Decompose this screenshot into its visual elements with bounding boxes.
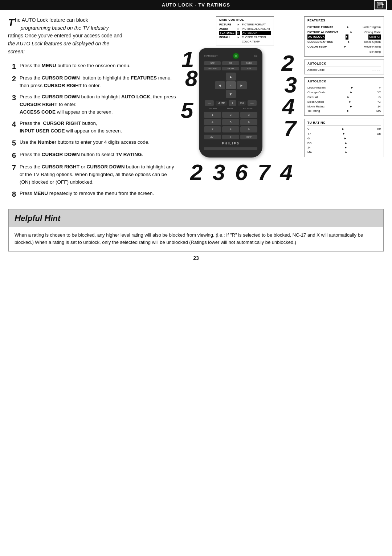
step-num-3: 3 (8, 93, 16, 102)
tu-row-3: G ► (307, 136, 381, 141)
step-text-3: Press the CURSOR DOWN button to highligh… (20, 93, 179, 116)
num-1-button[interactable]: 1 (204, 112, 221, 118)
step-6: 6 Press the CURSOR DOWN button to select… (8, 151, 179, 160)
num-0-button[interactable]: 0 (222, 135, 239, 139)
dpad-left[interactable]: ◄ (215, 81, 225, 89)
intro-line1: he AUTO Lock feature can block (15, 17, 88, 23)
block-option-val: PG (376, 100, 381, 105)
big-num-2-bot: 2 (190, 161, 203, 184)
tu-ma-label: MA (307, 150, 312, 155)
middle-column: Main Control Picture ► Picture Format Au… (185, 16, 298, 199)
mc-row-1-val: Picture Format (242, 23, 271, 27)
autolock-2-row-4: Block Option ► PG (307, 100, 381, 105)
tu-ma-arrow: ► (345, 150, 348, 155)
dpad-up[interactable]: ▲ (226, 73, 236, 81)
features-val-5: Movie Rating (364, 44, 381, 49)
features-val-1: Lock Program (363, 25, 381, 30)
left-column: The AUTO Lock feature can block programm… (8, 16, 179, 199)
step-num-7: 7 (8, 163, 16, 172)
big-num-4-bot: 4 (280, 161, 293, 184)
num-2-button[interactable]: 2 (222, 112, 239, 118)
dpad-down[interactable]: ▼ (226, 90, 236, 98)
sound-label: SOUND (209, 107, 217, 110)
num-8-button[interactable]: 8 (222, 126, 239, 132)
menu-button[interactable]: MENU (222, 67, 239, 70)
ch-minus-button[interactable]: — (248, 100, 257, 106)
page-number: 23 (0, 252, 392, 263)
num-7-button[interactable]: 7 (204, 126, 221, 132)
autolock-2-row-2: Change Code ► Y7 (307, 90, 381, 95)
features-row-3: Autolock ► Clear All (307, 34, 381, 40)
step-num-4: 4 (8, 120, 16, 128)
power-dot (235, 55, 237, 57)
block-option-arrow: ► (349, 100, 352, 105)
sap-button[interactable]: SAP (204, 61, 221, 65)
tu-row-4: PG ► (307, 141, 381, 146)
vol-minus-button[interactable]: — (205, 100, 214, 106)
tu-v-val: Off (377, 127, 381, 132)
dpad-center[interactable]: · (226, 81, 236, 89)
step-num-1: 1 (8, 62, 16, 71)
num-6-button[interactable]: 6 (240, 119, 257, 125)
dpad-right[interactable]: ► (237, 81, 247, 89)
features-arrow-5: ► (344, 44, 347, 49)
format-button[interactable]: FORMAT (204, 67, 221, 70)
surf-button[interactable]: SURF (240, 135, 257, 139)
big-num-3-mid: 3 (285, 74, 297, 96)
step-text-8: Press MENU repeatedly to remove the menu… (20, 190, 154, 197)
features-label-4: Closed Caption (307, 40, 334, 45)
mc-row-2-label: Audio (219, 27, 236, 31)
header-title: Auto Lock - TV Ratings (162, 2, 230, 8)
big-num-7-mid: 7 (284, 117, 296, 140)
features-label-2: Picture Alignment (307, 30, 338, 35)
mc-row-5-arrow (237, 40, 240, 44)
mc-row-4-label: Install (219, 35, 236, 40)
tu-row-5: 14 ► (307, 146, 381, 150)
svg-rect-0 (377, 2, 382, 8)
numpad: 1 2 3 4 5 6 7 8 9 (204, 112, 257, 132)
auto-button[interactable]: AUTO (241, 61, 257, 65)
num-5-button[interactable]: 5 (222, 119, 239, 125)
remote-base (204, 147, 257, 150)
features-row-2: Picture Alignment ► Chang Code (307, 30, 381, 35)
autolock-screen-2: Autolock Lock Program ► V Change Code ► … (304, 77, 384, 116)
big-num-8: 8 (185, 67, 197, 90)
step-num-8: 8 (8, 190, 16, 199)
philips-logo: PHILIPS (204, 142, 257, 145)
big-num-2-top: 2 (282, 52, 294, 74)
features-val-3: Clear All (368, 34, 381, 40)
aod-button[interactable]: A/Ö (241, 67, 257, 70)
mc-row-3-label: Features (219, 31, 236, 35)
features-arrow-2: ► (350, 30, 353, 35)
lock-program-val: V (379, 86, 381, 90)
features-label-1: Picture Format (307, 25, 333, 30)
features-screen-title: Features (307, 19, 381, 23)
features-row-1: Picture Format ► Lock Program (307, 25, 381, 30)
tu-pg-label: PG (307, 141, 312, 146)
tu-y7-arrow: ► (343, 132, 346, 136)
step-num-2: 2 (8, 74, 16, 83)
num-4-button[interactable]: 4 (204, 119, 221, 125)
movie-rating-arrow: ► (350, 105, 352, 109)
pip-button[interactable]: PIP (222, 61, 239, 65)
mute-button[interactable]: MUTE (216, 101, 227, 106)
step-1: 1 Press the MENU button to see the onscr… (8, 62, 179, 71)
mc-row-4-arrow: ► (237, 35, 240, 40)
vol-plus-button[interactable]: + (229, 100, 236, 106)
autolock-2-row-1: Lock Program ► V (307, 86, 381, 90)
cc-label: CC (254, 55, 257, 57)
clear-all-label: Clear All (307, 95, 318, 100)
change-code-arrow: ► (350, 90, 353, 95)
tu-row-1: V ► Off (307, 127, 381, 132)
autolock-screen-1: Autolock Access Code ---- (304, 60, 384, 75)
av-plus-button[interactable]: AV+ (204, 135, 221, 139)
features-arrow-4: ► (347, 40, 350, 45)
num-3-button[interactable]: 3 (240, 112, 257, 118)
hint-body: When a rating is chosen to be blocked, a… (9, 227, 383, 251)
big-num-6-bot: 6 (235, 161, 248, 184)
hint-title-bar: Helpful Hint (9, 209, 383, 227)
autolock-2-title: Autolock (307, 79, 381, 84)
change-code-val: Y7 (377, 90, 381, 95)
tu-row-6: MA ► (307, 150, 381, 155)
num-9-button[interactable]: 9 (240, 126, 257, 132)
